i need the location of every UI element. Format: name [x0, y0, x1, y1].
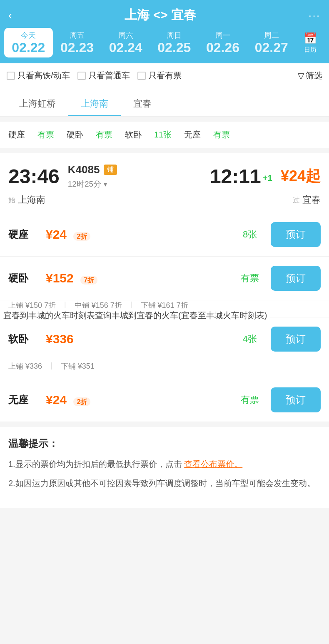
seat-type-label-no-seat: 无座	[8, 393, 46, 407]
seat-type-label-hard-seat: 硬座	[8, 228, 46, 241]
ticket-avail-hard-seat: 有票	[37, 129, 54, 140]
discount-badge-no-seat: 2折	[73, 397, 90, 406]
date-sat-label: 周六	[103, 30, 148, 40]
tab-yichun[interactable]: 宜春	[121, 92, 164, 116]
date-tue-number: 02.27	[249, 40, 294, 55]
from-station-name: 上海南	[18, 194, 45, 206]
sub-price-upper-soft-sleeper: 上铺 ¥336	[8, 361, 42, 371]
train-number-row: K4085 铺	[68, 163, 202, 176]
tips-item-2: 2.如因运力原因或其他不可控因素导致列车调度调整时，当前车型可能会发生变动。	[8, 476, 321, 490]
filter-high-speed[interactable]: 只看高铁/动车	[7, 70, 70, 81]
seat-row-soft-sleeper: 软卧 ¥336 4张 预订	[0, 317, 329, 361]
seat-count-no-seat: 有票	[229, 394, 271, 406]
seat-type-label-soft-sleeper: 软卧	[8, 332, 46, 346]
arrival-time: 12:11	[210, 165, 261, 187]
arrival-info: 12:11 +1	[210, 165, 272, 188]
date-tue-label: 周二	[249, 30, 294, 40]
train-card: 23:46 K4085 铺 12时25分 ▾ 12:11 +1 ¥24起 始 上…	[0, 153, 329, 422]
date-sun[interactable]: 周日 02.25	[150, 28, 199, 57]
filter-available-label: 只看有票	[148, 70, 182, 81]
arrival-day-offset: +1	[263, 173, 272, 182]
sub-price-soft-sleeper: 上铺 ¥336 | 下铺 ¥351	[0, 361, 329, 378]
ticket-avail-soft-sleeper: 11张	[154, 129, 172, 140]
ticket-type-hard-sleeper: 硬卧	[67, 129, 83, 140]
ticket-type-no-seat: 无座	[184, 129, 201, 140]
station-row: 始 上海南 过 宜春	[0, 194, 329, 213]
station-tabs: 上海虹桥 上海南 宜春	[0, 88, 329, 117]
tips-item-2-text: 2.如因运力原因或其他不可控因素导致列车调度调整时，当前车型可能会发生变动。	[8, 479, 315, 488]
ticket-summary: 硬座 有票 硬卧 有票 软卧 11张 无座 有票	[0, 122, 329, 148]
date-today[interactable]: 今天 02.22	[4, 28, 53, 57]
duration-text: 12时25分	[68, 179, 101, 190]
seat-price-soft-sleeper: ¥336	[46, 332, 229, 346]
via-tag: 过	[293, 195, 300, 205]
date-fri[interactable]: 周五 02.23	[53, 28, 102, 57]
tips-link-published-price[interactable]: 查看公布票价。	[184, 459, 242, 469]
book-button-hard-sleeper[interactable]: 预订	[271, 266, 321, 291]
filter-normal-train[interactable]: 只看普通车	[77, 70, 130, 81]
tips-title: 温馨提示：	[8, 437, 321, 450]
station-from: 始 上海南	[8, 194, 45, 206]
book-button-hard-seat[interactable]: 预订	[271, 222, 321, 247]
checkbox-normal-train[interactable]	[77, 72, 86, 80]
sub-price-lower-soft-sleeper: 下铺 ¥351	[61, 361, 95, 371]
seo-overlay-text: 宜春到丰城的火车时刻表查询丰城到宜春的火车(宜春至丰城火车时刻表)	[0, 308, 270, 323]
ticket-type-soft-sleeper: 软卧	[125, 129, 142, 140]
book-button-no-seat[interactable]: 预订	[271, 387, 321, 412]
filter-high-speed-label: 只看高铁/动车	[17, 70, 70, 81]
train-type-badge: 铺	[104, 165, 117, 175]
tab-shanghai-south[interactable]: 上海南	[68, 92, 121, 116]
train-info: K4085 铺 12时25分 ▾	[68, 163, 202, 190]
calendar-button[interactable]: 📅 日历	[296, 32, 325, 54]
back-button[interactable]: ‹	[8, 9, 12, 22]
train-header: 23:46 K4085 铺 12时25分 ▾ 12:11 +1 ¥24起	[0, 153, 329, 194]
seat-row-hard-sleeper: 硬卧 ¥152 7折 有票 预订	[0, 257, 329, 300]
date-sat[interactable]: 周六 02.24	[101, 28, 150, 57]
more-button[interactable]: ···	[309, 10, 321, 21]
date-tue[interactable]: 周二 02.27	[247, 28, 296, 57]
date-mon[interactable]: 周一 02.26	[199, 28, 247, 57]
seat-price-hard-sleeper: ¥152 7折	[46, 271, 229, 285]
tips-section: 温馨提示： 1.显示的票价均为折扣后的最低执行票价，点击 查看公布票价。 2.如…	[0, 427, 329, 508]
checkbox-available[interactable]	[137, 72, 146, 80]
filter-available[interactable]: 只看有票	[137, 70, 182, 81]
page-title: 上海 <> 宜春	[12, 7, 309, 24]
ticket-type-hard-seat: 硬座	[8, 129, 25, 140]
filter-normal-train-label: 只看普通车	[88, 70, 130, 81]
seat-count-hard-seat: 8张	[229, 228, 271, 241]
date-fri-number: 02.23	[55, 40, 100, 55]
seat-price-hard-seat: ¥24 2折	[46, 227, 229, 242]
date-sat-number: 02.24	[103, 40, 148, 55]
ticket-avail-hard-sleeper: 有票	[96, 129, 112, 140]
date-sun-number: 02.25	[152, 40, 197, 55]
discount-badge-hard-seat: 2折	[73, 232, 90, 241]
price-tag: ¥24起	[281, 166, 321, 187]
train-number: K4085	[68, 163, 100, 176]
filter-bar: 只看高铁/动车 只看普通车 只看有票 ▽ 筛选	[0, 63, 329, 88]
date-bar: 今天 02.22 周五 02.23 周六 02.24 周日 02.25 周一 0…	[0, 28, 329, 63]
date-today-label: 今天	[6, 30, 51, 40]
dropdown-arrow-icon[interactable]: ▾	[104, 180, 107, 188]
via-station-name: 宜春	[302, 194, 321, 206]
filter-btn-label: 筛选	[306, 70, 322, 81]
seat-row-no-seat: 无座 ¥24 2折 有票 预订	[0, 378, 329, 422]
departure-time: 23:46	[8, 165, 60, 188]
date-mon-label: 周一	[200, 30, 246, 40]
app-header: ‹ 上海 <> 宜春 ···	[0, 0, 329, 28]
seat-count-soft-sleeper: 4张	[229, 333, 271, 345]
date-sun-label: 周日	[152, 30, 197, 40]
date-mon-number: 02.26	[200, 40, 246, 55]
duration-row: 12时25分 ▾	[68, 179, 202, 190]
tips-item-1: 1.显示的票价均为折扣后的最低执行票价，点击 查看公布票价。	[8, 457, 321, 471]
seat-count-hard-sleeper: 有票	[229, 272, 271, 285]
seat-row-hard-seat: 硬座 ¥24 2折 8张 预订	[0, 213, 329, 257]
date-fri-label: 周五	[55, 30, 100, 40]
from-tag: 始	[8, 195, 15, 205]
book-button-soft-sleeper[interactable]: 预订	[271, 327, 321, 352]
calendar-icon: 📅	[304, 32, 317, 45]
advanced-filter-button[interactable]: ▽ 筛选	[298, 70, 322, 81]
seat-type-label-hard-sleeper: 硬卧	[8, 272, 46, 285]
checkbox-high-speed[interactable]	[7, 72, 15, 80]
tab-shanghai-hongqiao[interactable]: 上海虹桥	[7, 92, 68, 116]
seat-price-no-seat: ¥24 2折	[46, 393, 229, 407]
